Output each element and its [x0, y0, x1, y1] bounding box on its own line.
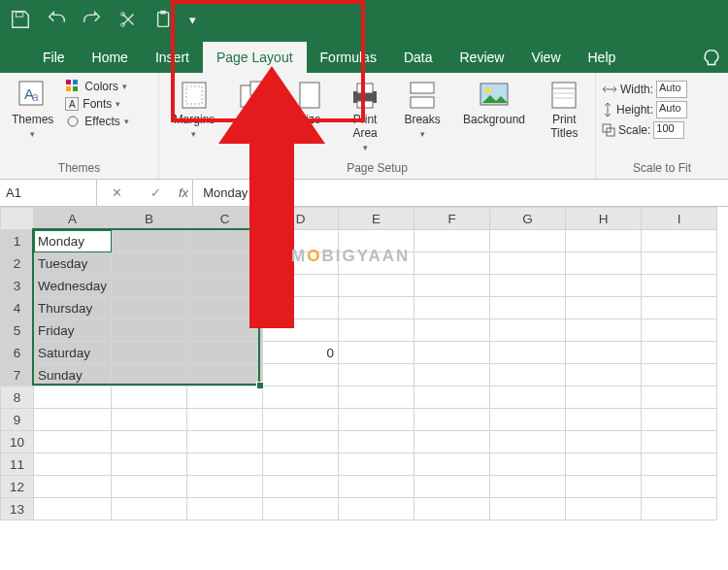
cell-G9[interactable] — [490, 409, 566, 431]
scale-input[interactable]: 100 — [653, 121, 684, 139]
cell-H5[interactable] — [566, 319, 642, 342]
col-header-E[interactable]: E — [339, 208, 414, 230]
col-header-D[interactable]: D — [263, 208, 339, 230]
cell-I12[interactable] — [642, 476, 717, 498]
background-button[interactable]: Background — [457, 77, 531, 129]
col-header-B[interactable]: B — [112, 208, 187, 230]
width-input[interactable]: Auto — [656, 81, 687, 98]
breaks-button[interactable]: Breaks▾ — [398, 77, 446, 141]
cell-I7[interactable] — [642, 364, 717, 386]
cell-C3[interactable] — [187, 275, 263, 297]
cell-A2[interactable]: Tuesday — [34, 252, 112, 275]
col-header-I[interactable]: I — [642, 208, 717, 230]
row-header-9[interactable]: 9 — [1, 409, 34, 431]
tab-view[interactable]: View — [517, 42, 574, 73]
cell-C2[interactable] — [187, 252, 263, 275]
tab-page-layout[interactable]: Page Layout — [203, 42, 307, 73]
cell-A3[interactable]: Wednesday — [34, 275, 112, 297]
cell-I3[interactable] — [642, 275, 717, 297]
cell-F3[interactable] — [414, 275, 490, 297]
row-header-12[interactable]: 12 — [1, 476, 34, 498]
tab-home[interactable]: Home — [79, 42, 142, 73]
cell-C6[interactable] — [187, 342, 263, 364]
cell-I11[interactable] — [642, 453, 717, 476]
cell-E10[interactable] — [339, 431, 414, 453]
cell-F9[interactable] — [414, 409, 490, 431]
fx-icon[interactable]: fx — [175, 185, 192, 200]
cell-G4[interactable] — [490, 297, 566, 319]
formula-bar[interactable]: Monday — [192, 180, 728, 206]
cell-B2[interactable] — [112, 252, 187, 275]
cell-D9[interactable] — [263, 409, 339, 431]
col-header-A[interactable]: A — [34, 208, 112, 230]
row-header-10[interactable]: 10 — [1, 431, 34, 453]
cell-C9[interactable] — [187, 409, 263, 431]
cell-B5[interactable] — [112, 319, 187, 342]
cell-A8[interactable] — [34, 386, 112, 409]
cell-B1[interactable] — [112, 230, 187, 252]
cell-I8[interactable] — [642, 386, 717, 409]
row-header-11[interactable]: 11 — [1, 453, 34, 476]
cell-G12[interactable] — [490, 476, 566, 498]
cell-I4[interactable] — [642, 297, 717, 319]
cell-E9[interactable] — [339, 409, 414, 431]
cell-C5[interactable] — [187, 319, 263, 342]
cell-E8[interactable] — [339, 386, 414, 409]
cell-I10[interactable] — [642, 431, 717, 453]
themes-button[interactable]: Aa Themes ▾ — [6, 77, 59, 141]
cell-G5[interactable] — [490, 319, 566, 342]
cell-G8[interactable] — [490, 386, 566, 409]
cell-F11[interactable] — [414, 453, 490, 476]
cell-E7[interactable] — [339, 364, 414, 386]
cell-G13[interactable] — [490, 498, 566, 520]
cell-D13[interactable] — [263, 498, 339, 520]
row-header-13[interactable]: 13 — [1, 498, 34, 520]
cell-D10[interactable] — [263, 431, 339, 453]
cell-C10[interactable] — [187, 431, 263, 453]
height-input[interactable]: Auto — [656, 101, 687, 118]
row-header-4[interactable]: 4 — [1, 297, 34, 319]
cell-A10[interactable] — [34, 431, 112, 453]
cell-B7[interactable] — [112, 364, 187, 386]
cell-H3[interactable] — [566, 275, 642, 297]
cell-F8[interactable] — [414, 386, 490, 409]
cell-G2[interactable] — [490, 252, 566, 275]
cell-I9[interactable] — [642, 409, 717, 431]
cell-H10[interactable] — [566, 431, 642, 453]
tab-insert[interactable]: Insert — [142, 42, 203, 73]
cell-D11[interactable] — [263, 453, 339, 476]
cell-I13[interactable] — [642, 498, 717, 520]
margins-button[interactable]: Margins▾ — [168, 77, 221, 141]
size-button[interactable]: Size▾ — [287, 77, 332, 141]
row-header-1[interactable]: 1 — [1, 230, 34, 252]
cell-C4[interactable] — [187, 297, 263, 319]
cell-G10[interactable] — [490, 431, 566, 453]
cell-D7[interactable] — [263, 364, 339, 386]
cell-D5[interactable] — [263, 319, 339, 342]
orientation-button[interactable]: ion▾ — [232, 77, 277, 141]
cell-H9[interactable] — [566, 409, 642, 431]
cell-F2[interactable] — [414, 252, 490, 275]
tab-file[interactable]: File — [29, 42, 79, 73]
row-header-2[interactable]: 2 — [1, 252, 34, 275]
row-header-7[interactable]: 7 — [1, 364, 34, 386]
cell-I2[interactable] — [642, 252, 717, 275]
cell-C11[interactable] — [187, 453, 263, 476]
cell-E4[interactable] — [339, 297, 414, 319]
row-header-3[interactable]: 3 — [1, 275, 34, 297]
cell-B3[interactable] — [112, 275, 187, 297]
enter-icon[interactable]: ✓ — [150, 185, 161, 200]
tab-help[interactable]: Help — [575, 42, 630, 73]
print-area-button[interactable]: Print Area▾ — [343, 77, 387, 154]
cell-E11[interactable] — [339, 453, 414, 476]
cell-F13[interactable] — [414, 498, 490, 520]
cell-D4[interactable] — [263, 297, 339, 319]
cell-A7[interactable]: Sunday — [34, 364, 112, 386]
tell-me-icon[interactable] — [701, 49, 722, 70]
tab-formulas[interactable]: Formulas — [307, 42, 390, 73]
cell-B10[interactable] — [112, 431, 187, 453]
colors-button[interactable]: Colors▾ — [65, 79, 128, 94]
cell-E6[interactable] — [339, 342, 414, 364]
cell-A12[interactable] — [34, 476, 112, 498]
qat-more-icon[interactable]: ▾ — [189, 13, 196, 27]
